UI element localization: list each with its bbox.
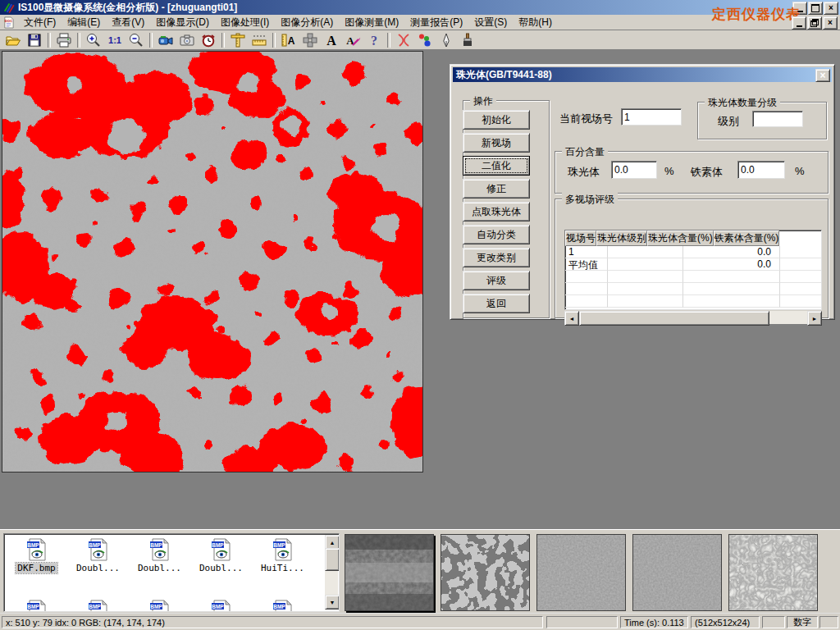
document-icon[interactable]: DOC (2, 16, 15, 29)
close-button[interactable]: × (824, 2, 838, 15)
toolbar-button-caliper[interactable] (227, 31, 249, 49)
menu-item[interactable]: 测量报告(P) (404, 14, 468, 31)
toolbar-button-ruler[interactable] (249, 31, 270, 49)
rating-table-header-cell[interactable]: 铁素体含量(%) (714, 231, 780, 246)
toolbar-button-save[interactable] (24, 31, 45, 49)
thumbnail-preview-5[interactable] (728, 534, 818, 611)
menu-item[interactable]: 编辑(E) (62, 14, 106, 31)
brush-icon (459, 32, 476, 48)
maximize-button[interactable] (808, 2, 823, 15)
menu-item[interactable]: 设置(S) (468, 14, 513, 31)
video-camera-icon (158, 32, 174, 48)
ferrite-percent-input[interactable] (737, 161, 785, 179)
file-item[interactable] (190, 600, 252, 612)
thumbnail-preview-4[interactable] (632, 534, 722, 611)
file-item[interactable] (129, 600, 190, 612)
table-row[interactable]: 平均值 0.0 (565, 258, 822, 271)
table-row[interactable] (565, 271, 822, 283)
level-input[interactable] (752, 111, 803, 127)
file-list-scrollbar[interactable]: ▲ ▼ (325, 535, 338, 609)
micrograph-image[interactable] (2, 51, 423, 472)
thumbnail-preview-2[interactable] (441, 534, 530, 611)
file-item[interactable]: Doubl... (129, 538, 190, 573)
file-item[interactable]: DKF.bmp (6, 538, 67, 573)
rating-table-header-cell[interactable]: 视场号 (565, 231, 596, 246)
h-scroll-thumb[interactable] (579, 311, 769, 326)
operation-button[interactable]: 初始化 (463, 110, 530, 130)
operation-button[interactable]: 点取珠光体 (463, 202, 530, 221)
thumbnail-preview-3[interactable] (536, 534, 626, 611)
toolbar-button-zoom-out[interactable] (126, 31, 147, 49)
table-row[interactable] (565, 283, 822, 295)
rating-table[interactable]: 视场号珠光体级别珠光体含量(%)铁素体含量(%) 1 0.0 平均值 (564, 230, 822, 310)
file-item[interactable]: Doubl... (190, 538, 252, 573)
application-window: { "window": { "title": "IS100显微摄像系统(金相分析… (0, 0, 840, 630)
toolbar-button-actual-size[interactable]: 1:1 (104, 31, 126, 49)
table-row[interactable]: 1 0.0 (565, 246, 822, 258)
menu-item[interactable]: 图像测量(M) (339, 14, 404, 31)
scroll-right-arrow-icon[interactable]: ► (807, 311, 822, 326)
pearlite-percent-input[interactable] (611, 161, 657, 179)
mdi-restore-button[interactable] (807, 16, 822, 30)
menu-item[interactable]: 图像处理(I) (215, 14, 275, 31)
level-label: 级别 (718, 114, 739, 129)
file-list[interactable]: DKF.bmp Doubl... Doubl... Doubl... (3, 533, 340, 612)
table-cell-field: 1 (565, 246, 608, 258)
table-cell-pearlite (683, 283, 780, 295)
file-item[interactable] (67, 600, 129, 612)
toolbar-button-probe[interactable] (436, 31, 457, 49)
file-item[interactable]: Doubl... (67, 538, 129, 573)
operation-button[interactable]: 返回 (463, 294, 530, 313)
toolbar-button-particles[interactable] (414, 31, 436, 49)
dialog-close-button[interactable]: × (815, 69, 830, 82)
bmp-file-icon (149, 538, 171, 561)
toolbar-button-grid[interactable] (299, 31, 321, 49)
toolbar-button-annotate[interactable]: A (342, 31, 363, 49)
grading-group: 珠光体数量分级 级别 (697, 102, 827, 139)
table-cell-pearlite (683, 271, 780, 283)
table-h-scrollbar[interactable]: ◄ ► (564, 311, 822, 324)
menu-item[interactable]: 图像分析(A) (275, 14, 339, 31)
file-item[interactable] (252, 600, 313, 612)
toolbar-button-zoom-in[interactable] (83, 31, 104, 49)
bmp-file-icon (272, 538, 294, 561)
operation-button[interactable]: 二值化 (463, 156, 530, 176)
workspace: 珠光体(GB/T9441-88) × 操作 初始化 新视场 二值化 修正 点取珠… (0, 50, 840, 529)
menu-item[interactable]: 文件(F) (18, 14, 62, 31)
toolbar-button-timer[interactable] (198, 31, 219, 49)
toolbar-button-curve[interactable] (393, 31, 414, 49)
thumbnail-preview-1[interactable] (345, 534, 434, 611)
bmp-file-icon (26, 600, 48, 612)
operation-button[interactable]: 自动分类 (463, 225, 530, 244)
operation-button[interactable]: 评级 (463, 271, 530, 290)
toolbar-button-brush[interactable] (457, 31, 478, 49)
operation-button[interactable]: 修正 (463, 179, 530, 199)
toolbar-button-video[interactable] (155, 31, 176, 49)
scroll-left-arrow-icon[interactable]: ◄ (564, 311, 579, 326)
operation-button[interactable]: 新视场 (463, 133, 530, 153)
mdi-close-button[interactable]: × (823, 16, 838, 30)
menu-item[interactable]: 查看(V) (106, 14, 150, 31)
mdi-minimize-button[interactable] (792, 16, 806, 30)
menu-item[interactable]: 图像显示(D) (150, 14, 215, 31)
table-cell-level (608, 283, 683, 295)
file-item[interactable] (6, 600, 67, 612)
toolbar-button-text[interactable]: A (321, 31, 342, 49)
minimize-button[interactable] (792, 2, 807, 15)
toolbar-button-print[interactable] (53, 31, 75, 49)
toolbar-button-measure-text[interactable]: A (278, 31, 299, 49)
scroll-down-arrow-icon[interactable]: ▼ (325, 595, 340, 609)
ferrite-percent-sign: % (795, 165, 805, 177)
rating-table-header-cell[interactable]: 珠光体级别 (596, 231, 647, 246)
operation-button[interactable]: 更改类别 (463, 248, 530, 267)
current-field-input[interactable] (621, 108, 682, 126)
toolbar-button-open[interactable] (2, 31, 24, 49)
toolbar-button-capture[interactable] (176, 31, 198, 49)
v-scroll-thumb[interactable] (325, 548, 340, 571)
file-row: DKF.bmp Doubl... Doubl... Doubl... (6, 538, 313, 573)
file-item[interactable]: HuiTi... (252, 538, 313, 573)
table-row[interactable] (565, 295, 822, 308)
menu-item[interactable]: 帮助(H) (513, 14, 558, 31)
rating-table-header-cell[interactable]: 珠光体含量(%) (647, 231, 714, 246)
toolbar-button-help[interactable]: ? (363, 31, 385, 49)
